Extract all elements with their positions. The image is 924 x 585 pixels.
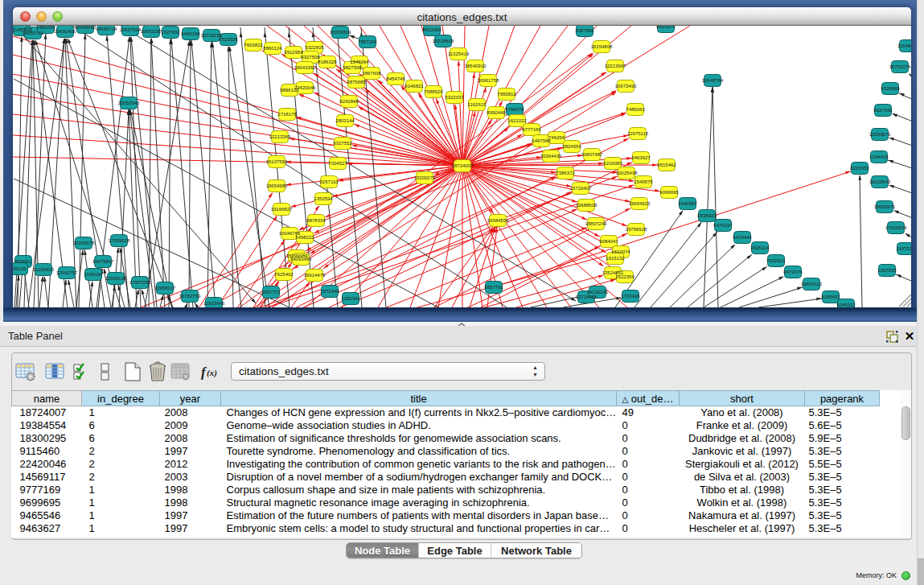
svg-text:8471676: 8471676 <box>783 270 803 274</box>
svg-text:11325419: 11325419 <box>448 51 470 56</box>
svg-text:2087682: 2087682 <box>575 28 594 33</box>
svg-text:1353594: 1353594 <box>314 196 333 201</box>
svg-text:2935114: 2935114 <box>751 245 770 250</box>
svg-text:9245012: 9245012 <box>836 303 856 307</box>
svg-text:14136141: 14136141 <box>587 290 609 295</box>
svg-text:20053346: 20053346 <box>118 101 140 105</box>
svg-text:8860124: 8860124 <box>263 46 282 51</box>
svg-text:17016504: 17016504 <box>885 225 907 230</box>
svg-text:11156829: 11156829 <box>33 267 54 272</box>
svg-text:2522354: 2522354 <box>615 274 634 279</box>
svg-text:12942757: 12942757 <box>56 270 78 275</box>
svg-text:9245652: 9245652 <box>821 295 840 299</box>
svg-text:20937994: 20937994 <box>120 27 142 32</box>
svg-text:2803144: 2803144 <box>335 118 355 123</box>
svg-text:1615132: 1615132 <box>606 256 625 261</box>
svg-text:1244415: 1244415 <box>869 154 889 159</box>
svg-text:1162615: 1162615 <box>468 102 487 107</box>
svg-text:7625402: 7625402 <box>274 272 294 277</box>
svg-text:18640910: 18640910 <box>465 64 487 68</box>
svg-text:1527602: 1527602 <box>161 30 180 35</box>
svg-text:9777169: 9777169 <box>522 127 541 132</box>
svg-text:10025438: 10025438 <box>616 171 638 175</box>
svg-text:5322605: 5322605 <box>305 45 324 50</box>
svg-text:1640957: 1640957 <box>678 201 697 206</box>
svg-text:10688609: 10688609 <box>576 203 598 208</box>
svg-text:15300273: 15300273 <box>414 175 436 180</box>
svg-text:18807249: 18807249 <box>585 221 607 226</box>
svg-text:7386372: 7386372 <box>556 171 575 175</box>
svg-text:39159: 39159 <box>13 266 27 271</box>
svg-text:9794078: 9794078 <box>505 107 524 112</box>
svg-text:1307533: 1307533 <box>877 268 897 273</box>
svg-text:19975867: 19975867 <box>92 259 114 264</box>
svg-text:7588520: 7588520 <box>424 89 443 94</box>
svg-text:7857224: 7857224 <box>358 39 377 44</box>
svg-text:19756928: 19756928 <box>626 227 647 232</box>
svg-text:1621022: 1621022 <box>507 118 527 123</box>
svg-text:8454749: 8454749 <box>386 76 405 81</box>
svg-text:7004527: 7004527 <box>328 161 347 166</box>
svg-text:19384554: 19384554 <box>487 218 509 223</box>
svg-text:6479197: 6479197 <box>713 223 733 228</box>
svg-text:10654112: 10654112 <box>801 282 823 286</box>
svg-text:13716485: 13716485 <box>576 295 598 299</box>
svg-text:9657771: 9657771 <box>261 290 281 295</box>
svg-text:3875685: 3875685 <box>347 80 366 84</box>
svg-text:9327552: 9327552 <box>333 141 352 146</box>
svg-text:17359928: 17359928 <box>109 238 130 243</box>
svg-text:8813054: 8813054 <box>422 27 441 32</box>
svg-text:16958680: 16958680 <box>75 26 97 30</box>
svg-text:12923446: 12923446 <box>203 301 225 306</box>
svg-text:1956099: 1956099 <box>36 26 55 30</box>
svg-text:16914479: 16914479 <box>304 273 326 278</box>
svg-text:9099695: 9099695 <box>659 190 679 195</box>
svg-text:1612074: 1612074 <box>611 249 630 254</box>
svg-text:10653287: 10653287 <box>141 29 162 34</box>
svg-text:16210643: 16210643 <box>869 179 891 184</box>
svg-text:12093873: 12093873 <box>869 132 891 137</box>
svg-text:9329966: 9329966 <box>881 86 900 91</box>
svg-text:9227342: 9227342 <box>873 108 893 113</box>
svg-text:5498222: 5498222 <box>295 235 314 240</box>
svg-text:9827508: 9827508 <box>343 65 362 70</box>
svg-text:10973493: 10973493 <box>615 84 637 89</box>
svg-text:16107554: 16107554 <box>266 159 288 164</box>
svg-text:23420046: 23420046 <box>294 85 316 90</box>
svg-text:16543362: 16543362 <box>294 65 316 70</box>
svg-text:(x): (x) <box>207 368 217 378</box>
svg-text:20364436: 20364436 <box>540 154 562 159</box>
svg-text:16154808: 16154808 <box>591 44 613 49</box>
svg-text:16961758: 16961758 <box>478 78 499 83</box>
svg-text:8878334: 8878334 <box>306 218 326 223</box>
svg-text:7515526: 7515526 <box>219 37 238 42</box>
svg-text:1546064: 1546064 <box>350 60 369 64</box>
svg-text:15720407: 15720407 <box>570 186 592 191</box>
svg-text:5938923: 5938923 <box>697 213 717 218</box>
svg-text:15751074: 15751074 <box>889 64 911 69</box>
svg-text:14560714: 14560714 <box>96 27 117 31</box>
svg-text:20691406: 20691406 <box>55 29 76 34</box>
svg-text:9084047: 9084047 <box>599 239 618 244</box>
svg-text:10807487: 10807487 <box>581 152 603 157</box>
svg-text:20206578: 20206578 <box>73 241 95 245</box>
svg-text:2718176: 2718176 <box>277 112 297 117</box>
svg-text:19166827: 19166827 <box>271 207 293 212</box>
svg-text:1733426: 1733426 <box>621 294 640 299</box>
svg-text:1145194: 1145194 <box>84 272 104 277</box>
svg-text:11548498: 11548498 <box>897 43 911 48</box>
svg-text:9146821: 9146821 <box>405 84 424 89</box>
svg-text:12505135: 12505135 <box>105 276 127 281</box>
svg-text:16033809: 16033809 <box>330 30 351 35</box>
svg-text:5322037: 5322037 <box>445 95 464 100</box>
svg-text:12213369: 12213369 <box>269 134 291 139</box>
svg-text:1549575: 1549575 <box>634 179 653 184</box>
svg-text:9515462: 9515462 <box>657 163 676 167</box>
svg-text:14093489: 14093489 <box>290 257 312 262</box>
svg-text:835061: 835061 <box>15 259 32 264</box>
svg-text:1292344: 1292344 <box>341 296 360 301</box>
svg-text:7955812: 7955812 <box>497 92 516 97</box>
svg-text:16782759: 16782759 <box>179 294 201 299</box>
svg-text:12975115: 12975115 <box>627 131 649 136</box>
svg-text:8186328: 8186328 <box>318 60 337 64</box>
